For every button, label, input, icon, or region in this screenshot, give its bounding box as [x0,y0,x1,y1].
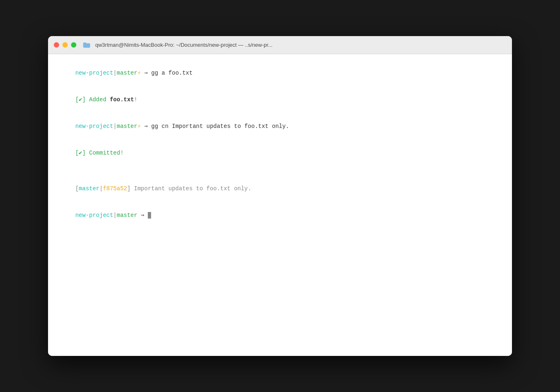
window-title: qw3rtman@Nimits-MacBook-Pro: ~/Documents… [95,42,273,48]
prompt-branch-6: master [117,212,137,219]
commit-hash: f875a52 [103,185,127,192]
prompt-branch-3: master [117,123,137,130]
prompt-project-3: new-project [75,123,113,130]
titlebar: qw3rtman@Nimits-MacBook-Pro: ~/Documents… [48,36,512,54]
terminal-line-4: [✔] Committed! [55,140,505,166]
folder-icon [83,42,90,48]
terminal-window: qw3rtman@Nimits-MacBook-Pro: ~/Documents… [48,36,512,356]
terminal-line-2: [✔] Added foo.txt! [55,87,505,113]
close-button[interactable] [54,42,59,48]
prompt-branch-1: master [117,70,137,76]
minimize-button[interactable] [62,42,68,48]
prompt-project-6: new-project [75,212,113,219]
terminal-cursor [148,212,151,219]
terminal-line-6: new-project|master ⇒ [55,202,505,229]
command-1: ⇒ gg a foo.txt [141,70,193,76]
prompt-project-1: new-project [75,70,113,76]
terminal-line-5: [master|f875a52] Important updates to fo… [55,175,505,202]
maximize-button[interactable] [71,42,76,48]
commit-message: ] Important updates to foo.txt only. [127,185,251,192]
empty-line [55,166,505,175]
commit-branch: master [79,185,99,192]
command-3: ⇒ gg cn Important updates to foo.txt onl… [141,123,289,130]
terminal-body[interactable]: new-project|master⚡ ⇒ gg a foo.txt [✔] A… [48,54,512,356]
terminal-line-1: new-project|master⚡ ⇒ gg a foo.txt [55,60,505,87]
terminal-line-3: new-project|master⚡ ⇒ gg cn Important up… [55,113,505,140]
